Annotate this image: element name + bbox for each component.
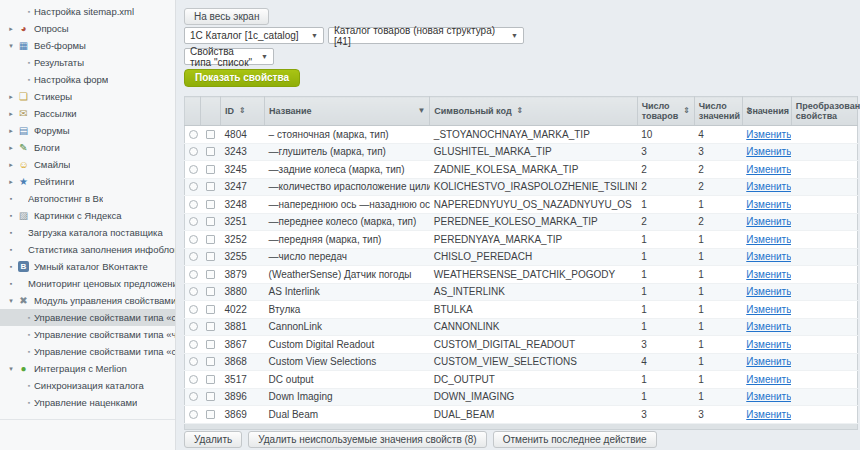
row-checkbox[interactable] — [206, 130, 215, 139]
edit-values-link[interactable]: Изменить — [746, 391, 791, 402]
row-checkbox[interactable] — [206, 392, 215, 401]
row-radio[interactable] — [189, 182, 198, 191]
edit-values-link[interactable]: Изменить — [746, 321, 791, 332]
row-radio[interactable] — [189, 235, 198, 244]
sidebar-item[interactable]: ▪Настройка форм — [0, 71, 175, 88]
row-radio[interactable] — [189, 410, 198, 419]
edit-values-link[interactable]: Изменить — [746, 234, 791, 245]
column-header[interactable]: Число значений⇕ — [694, 97, 742, 126]
row-checkbox[interactable] — [206, 340, 215, 349]
chevron-down-icon[interactable]: ▾ — [6, 297, 16, 305]
catalog-select[interactable]: 1C Каталог [1c_catalog] ▼ — [184, 27, 324, 44]
chevron-right-icon[interactable]: ▸ — [6, 110, 16, 118]
row-radio[interactable] — [189, 165, 198, 174]
chevron-right-icon[interactable]: ▸ — [6, 25, 16, 33]
edit-values-link[interactable]: Изменить — [746, 339, 791, 350]
edit-values-link[interactable]: Изменить — [746, 181, 791, 192]
edit-values-link[interactable]: Изменить — [746, 251, 791, 262]
sidebar-item[interactable]: ▸✎Блоги — [0, 139, 175, 156]
edit-values-link[interactable]: Изменить — [746, 374, 791, 385]
show-properties-button[interactable]: Показать свойства — [184, 69, 300, 87]
row-radio[interactable] — [189, 340, 198, 349]
row-radio[interactable] — [189, 147, 198, 156]
sidebar-item[interactable]: ▪Результаты — [0, 54, 175, 71]
column-header[interactable]: Преобразование свойства — [791, 97, 857, 126]
sidebar-item[interactable]: ▪Управление свойствами типа «список» — [0, 309, 175, 326]
chevron-down-icon[interactable]: ▾ — [6, 365, 16, 373]
sidebar-item[interactable]: ▸◕Опросы — [0, 20, 175, 37]
section-select[interactable]: Каталог товаров (новая структура) [41] ▼ — [328, 27, 524, 44]
sidebar-item[interactable]: ▸❏Стикеры — [0, 88, 175, 105]
sidebar-item[interactable]: ▪Настройка sitemap.xml — [0, 3, 175, 20]
row-checkbox[interactable] — [206, 270, 215, 279]
edit-values-link[interactable]: Изменить — [746, 199, 791, 210]
row-radio[interactable] — [189, 130, 198, 139]
sidebar-item[interactable]: ▸☺Смайлы — [0, 156, 175, 173]
sidebar-item[interactable]: ▪▨Картинки с Яндекса — [0, 207, 175, 224]
chevron-down-icon[interactable]: ▾ — [6, 42, 16, 50]
chevron-right-icon[interactable]: ▸ — [6, 127, 16, 135]
sidebar-item[interactable]: ▾▦Веб-формы — [0, 37, 175, 54]
delete-button[interactable]: Удалить — [184, 431, 242, 448]
sidebar-item[interactable]: ▪Автопостинг в Вк — [0, 190, 175, 207]
row-radio[interactable] — [189, 287, 198, 296]
sort-toggle-icon[interactable]: ⇕ — [517, 106, 524, 115]
row-radio[interactable] — [189, 252, 198, 261]
edit-values-link[interactable]: Изменить — [746, 269, 791, 280]
chevron-right-icon[interactable]: ▸ — [6, 161, 16, 169]
row-radio[interactable] — [189, 270, 198, 279]
undo-last-action-button[interactable]: Отменить последнее действие — [493, 431, 657, 448]
sidebar-item[interactable]: ▾✖Модуль управления свойствами — [0, 292, 175, 309]
row-checkbox[interactable] — [206, 200, 215, 209]
sidebar-item[interactable]: ▪Статистика заполнения инфоблоков — [0, 241, 175, 258]
edit-values-link[interactable]: Изменить — [746, 286, 791, 297]
row-checkbox[interactable] — [206, 357, 215, 366]
sidebar-item[interactable]: ▪ВУмный каталог ВКонтакте — [0, 258, 175, 275]
sidebar-item[interactable]: ▪Управление свойствами типа «число» — [0, 326, 175, 343]
row-checkbox[interactable] — [206, 410, 215, 419]
sidebar-item[interactable]: ▸▤Форумы — [0, 122, 175, 139]
column-header[interactable]: Символьный код⇕ — [430, 97, 637, 126]
sort-desc-icon[interactable]: ▼ — [417, 106, 425, 115]
column-header[interactable]: Число товаров⇕ — [637, 97, 694, 126]
edit-values-link[interactable]: Изменить — [746, 356, 791, 367]
row-radio[interactable] — [189, 217, 198, 226]
edit-values-link[interactable]: Изменить — [746, 146, 791, 157]
row-radio[interactable] — [189, 375, 198, 384]
edit-values-link[interactable]: Изменить — [746, 164, 791, 175]
row-checkbox[interactable] — [206, 287, 215, 296]
column-header[interactable]: Значения — [742, 97, 791, 126]
chevron-right-icon[interactable]: ▸ — [6, 93, 16, 101]
row-checkbox[interactable] — [206, 235, 215, 244]
chevron-right-icon[interactable]: ▸ — [6, 144, 16, 152]
column-header[interactable]: Название▼ — [265, 97, 430, 126]
row-checkbox[interactable] — [206, 182, 215, 191]
sidebar-item[interactable]: ▪Загрузка каталога поставщика — [0, 224, 175, 241]
edit-values-link[interactable]: Изменить — [746, 304, 791, 315]
sort-toggle-icon[interactable]: ⇕ — [683, 106, 690, 115]
sidebar-item[interactable]: ▸✉Рассылки — [0, 105, 175, 122]
row-checkbox[interactable] — [206, 322, 215, 331]
fullscreen-button[interactable]: На весь экран — [184, 8, 269, 25]
row-checkbox[interactable] — [206, 217, 215, 226]
row-radio[interactable] — [189, 322, 198, 331]
sidebar-item[interactable]: ▪Синхронизация каталога — [0, 377, 175, 394]
sidebar-item[interactable]: ▸★Рейтинги — [0, 173, 175, 190]
row-checkbox[interactable] — [206, 165, 215, 174]
delete-unused-values-button[interactable]: Удалить неиспользуемые значения свойств … — [248, 431, 487, 448]
row-radio[interactable] — [189, 305, 198, 314]
edit-values-link[interactable]: Изменить — [746, 216, 791, 227]
edit-values-link[interactable]: Изменить — [746, 129, 791, 140]
sidebar-item[interactable]: ▾●Интеграция с Merlion — [0, 360, 175, 377]
row-checkbox[interactable] — [206, 147, 215, 156]
sort-toggle-icon[interactable]: ⇕ — [239, 106, 246, 115]
sidebar-item[interactable]: ▪Управление наценками — [0, 394, 175, 411]
edit-values-link[interactable]: Изменить — [746, 409, 791, 420]
sidebar-item[interactable]: ▪Управление свойствами типа «строка» — [0, 343, 175, 360]
column-header[interactable]: ID⇕ — [221, 97, 265, 126]
row-radio[interactable] — [189, 392, 198, 401]
row-checkbox[interactable] — [206, 252, 215, 261]
property-type-select[interactable]: Свойства типа "список" ▼ — [184, 48, 274, 65]
chevron-right-icon[interactable]: ▸ — [6, 178, 16, 186]
row-radio[interactable] — [189, 200, 198, 209]
